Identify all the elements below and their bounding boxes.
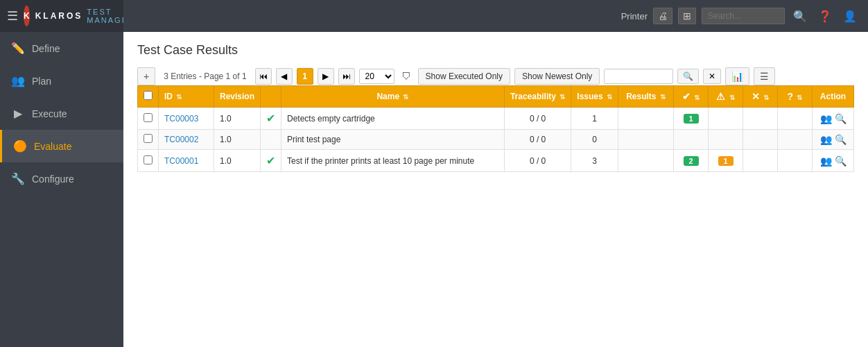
th-revision[interactable]: Revision [214,86,261,108]
row3-checkbox[interactable] [138,150,159,172]
row3-name: Test if the printer prints at least 10 p… [281,150,505,172]
printer-btn-2[interactable]: ⊞ [678,8,696,24]
page-size-select[interactable]: 20 50 100 [359,69,394,84]
th-results-sort: ⇅ [660,93,666,101]
row3-fail [743,150,778,172]
add-button[interactable]: + [137,67,155,85]
hamburger-icon[interactable]: ☰ [7,8,18,24]
row3-traceability: 0 / 0 [504,150,571,172]
topbar-search-icon[interactable]: 🔍 [790,10,810,23]
row1-fail [743,108,778,130]
plan-icon: 👥 [11,74,25,87]
logo-icon: K [24,6,30,26]
th-results[interactable]: Results ⇅ [618,86,674,108]
select-all-checkbox[interactable] [144,91,153,100]
row2-action: 👥 🔍 [813,130,854,150]
define-icon: ✏️ [11,42,25,55]
sidebar: ☰ K KLAROS TEST MANAGEMENT ✏️ Define 👥 P… [0,0,123,347]
row3-assign-icon[interactable]: 👥 [820,155,832,167]
sidebar-item-plan[interactable]: 👥 Plan [0,65,123,97]
row1-status: ✔ [261,108,281,130]
sidebar-header: ☰ K KLAROS TEST MANAGEMENT [0,0,123,32]
th-trace-sort: ⇅ [559,93,565,101]
th-status-icon [261,86,281,108]
row3-warn: 1 [709,150,743,172]
sidebar-item-define-label: Define [32,43,60,54]
search-x-btn[interactable]: ✕ [703,69,721,84]
th-pass[interactable]: ✔ ⇅ [674,86,709,108]
printer-label: Printer [621,11,648,22]
page-next-btn[interactable]: ▶ [318,68,334,85]
th-warn[interactable]: ⚠ ⇅ [709,86,743,108]
sidebar-item-define[interactable]: ✏️ Define [0,32,123,65]
row1-checkbox[interactable] [138,108,159,130]
th-id[interactable]: ID ⇅ [159,86,214,108]
page-prev-btn[interactable]: ◀ [276,68,293,85]
row3-id[interactable]: TC00001 [159,150,214,172]
row2-pass [674,130,709,150]
content-area: Test Case Results + 3 Entries - Page 1 o… [123,32,868,347]
table-row: TC00001 1.0 ✔ Test if the printer prints… [138,150,854,172]
filter-icon: ⛉ [401,71,411,82]
row1-results [618,108,674,130]
topbar-help-icon[interactable]: ❓ [815,10,835,23]
sidebar-item-execute[interactable]: ▶ Execute [0,97,123,130]
show-newest-btn[interactable]: Show Newest Only [514,68,600,85]
warn-icon: ⚠ [716,91,725,102]
topbar-user-icon[interactable]: 👤 [840,10,860,23]
export-btn[interactable]: 📊 [725,67,749,85]
row2-name: Print test page [281,130,505,150]
page-title: Test Case Results [137,43,854,58]
search-filter-input[interactable] [604,69,673,84]
row2-view-icon[interactable]: 🔍 [835,134,847,145]
topbar: Printer 🖨 ⊞ 🔍 ❓ 👤 [123,0,868,32]
th-traceability[interactable]: Traceability ⇅ [504,86,571,108]
th-issues[interactable]: Issues ⇅ [571,86,618,108]
row2-warn [709,130,743,150]
th-name[interactable]: Name ⇅ [281,86,505,108]
row2-fail [743,130,778,150]
row2-revision: 1.0 [214,130,261,150]
pass-icon: ✔ [682,91,691,102]
row1-action: 👥 🔍 [813,108,854,130]
row1-revision: 1.0 [214,108,261,130]
row1-issues: 1 [571,108,618,130]
row2-assign-icon[interactable]: 👥 [820,134,832,145]
th-fail[interactable]: ✕ ⇅ [743,86,778,108]
sidebar-item-configure[interactable]: 🔧 Configure [0,162,123,195]
fail-icon: ✕ [752,91,760,102]
page-first-btn[interactable]: ⏮ [255,68,272,85]
table-row: TC00002 1.0 Print test page 0 / 0 0 👥 🔍 [138,130,854,150]
row1-assign-icon[interactable]: 👥 [820,113,832,124]
sidebar-item-plan-label: Plan [32,76,51,87]
th-checkbox[interactable] [138,86,159,108]
sidebar-item-evaluate[interactable]: 🟠 Evaluate [0,130,123,162]
row1-traceability: 0 / 0 [504,108,571,130]
topbar-search-input[interactable] [702,8,785,24]
row3-results [618,150,674,172]
row2-checkbox[interactable] [138,130,159,150]
th-name-sort: ⇅ [403,93,408,101]
sidebar-item-configure-label: Configure [32,174,74,185]
row2-issues: 0 [571,130,618,150]
row3-status: ✔ [261,150,281,172]
th-action: Action [813,86,854,108]
show-executed-btn[interactable]: Show Executed Only [418,68,510,85]
row1-id[interactable]: TC00003 [159,108,214,130]
th-id-sort: ⇅ [176,93,182,101]
page-current[interactable]: 1 [297,68,313,85]
printer-btn-1[interactable]: 🖨 [653,8,672,24]
row1-name: Detects empty cartridge [281,108,505,130]
row1-warn [709,108,743,130]
columns-btn[interactable]: ☰ [754,67,775,85]
row2-unknown [778,130,813,150]
row2-id[interactable]: TC00002 [159,130,214,150]
th-unknown[interactable]: ? ⇅ [778,86,813,108]
search-clear-btn[interactable]: 🔍 [677,69,699,84]
execute-icon: ▶ [11,107,25,120]
row2-results [618,130,674,150]
page-last-btn[interactable]: ⏭ [338,68,355,85]
row3-view-icon[interactable]: 🔍 [835,155,847,167]
main-area: Printer 🖨 ⊞ 🔍 ❓ 👤 Test Case Results + 3 … [123,0,868,347]
row1-view-icon[interactable]: 🔍 [835,113,847,124]
